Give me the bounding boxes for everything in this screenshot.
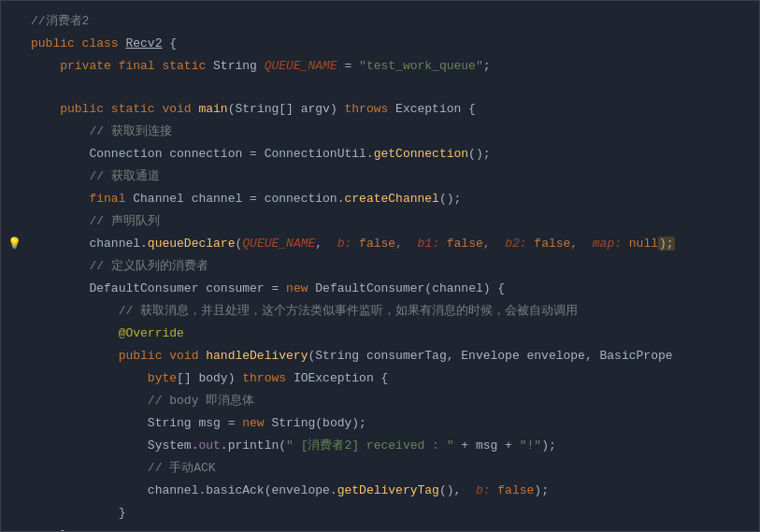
- token-comment: // 获取到连接: [89, 124, 171, 138]
- code-line: final Channel channel = connection.creat…: [1, 188, 759, 210]
- token-method: queueDeclare: [148, 237, 236, 251]
- token-kw: static: [111, 102, 163, 116]
- token-normal: (channel) {: [424, 281, 505, 295]
- line-content: //消费者2: [27, 11, 759, 32]
- token-kw: public: [31, 36, 82, 50]
- token-normal: connection = ConnectionUtil.: [162, 147, 373, 161]
- line-content: // 获取消息，并且处理，这个方法类似事件监听，如果有消息的时候，会被自动调用: [27, 301, 759, 322]
- token-normal: (String consumerTag, Envelope envelope, …: [308, 349, 672, 363]
- line-content: private final static String QUEUE_NAME =…: [27, 56, 759, 77]
- token-kw: final: [119, 59, 163, 73]
- code-line: System.out.println(" [消费者2] received : "…: [1, 435, 759, 457]
- token-kw: public: [60, 102, 111, 116]
- token-bool-val: false,: [351, 237, 417, 251]
- code-line: channel.basicAck(envelope.getDeliveryTag…: [1, 480, 759, 502]
- line-content: System.out.println(" [消费者2] received : "…: [27, 436, 759, 456]
- token-normal: [] body): [177, 371, 242, 385]
- line-content: // 获取通道: [27, 166, 759, 187]
- code-line: // 获取到连接: [1, 121, 759, 143]
- code-line: //消费者2: [1, 10, 759, 33]
- token-bool-val: false,: [439, 237, 505, 251]
- code-line: public static void main(String[] argv) t…: [1, 98, 759, 121]
- token-param-name: b:: [337, 237, 352, 251]
- token-type: String: [213, 59, 265, 73]
- token-param-name: b:: [476, 483, 491, 497]
- token-kw: throws: [242, 371, 294, 385]
- token-null-val: null: [622, 237, 658, 251]
- code-line: // 获取消息，并且处理，这个方法类似事件监听，如果有消息的时候，会被自动调用: [1, 300, 759, 323]
- line-content: public static void main(String[] argv) t…: [27, 99, 759, 120]
- token-comment: //消费者2: [31, 14, 89, 28]
- token-param-name: b1:: [418, 237, 439, 251]
- token-kw: public: [119, 349, 170, 363]
- token-comment: // 手动ACK: [148, 461, 216, 475]
- token-string: " [消费者2] received : ": [286, 439, 453, 453]
- token-bool-val: false,: [527, 237, 593, 251]
- code-line: // 定义队列的消费者: [1, 255, 759, 278]
- code-line: };: [1, 525, 759, 532]
- token-type: String: [271, 416, 315, 430]
- token-normal: ,: [315, 237, 337, 251]
- code-line: 💡 channel.queueDeclare(QUEUE_NAME, b: fa…: [1, 233, 759, 255]
- token-method: main: [198, 102, 227, 116]
- token-normal: {: [162, 36, 177, 50]
- token-string: "test_work_queue": [359, 59, 483, 73]
- token-kw: void: [169, 349, 206, 363]
- token-normal: =: [337, 59, 359, 73]
- line-content: // 声明队列: [27, 211, 759, 232]
- token-kw: void: [162, 102, 198, 116]
- line-content: // body 即消息体: [27, 391, 759, 411]
- line-content: DefaultConsumer consumer = new DefaultCo…: [27, 279, 759, 299]
- line-content: channel.basicAck(envelope.getDeliveryTag…: [27, 481, 759, 501]
- line-gutter: 💡: [1, 237, 27, 251]
- line-content: String msg = new String(body);: [27, 413, 759, 434]
- token-type: DefaultConsumer: [315, 281, 424, 295]
- token-normal: channel = connection.: [184, 192, 345, 206]
- code-line: public class Recv2 {: [1, 33, 759, 55]
- line-content: final Channel channel = connection.creat…: [27, 189, 759, 209]
- code-editor: //消费者2public class Recv2 { private final…: [0, 0, 760, 532]
- token-normal: .basicAck(envelope.: [198, 483, 337, 497]
- token-normal: IOException {: [294, 371, 388, 385]
- code-line: // 手动ACK: [1, 457, 759, 480]
- token-type: String: [148, 416, 192, 430]
- line-content: // 获取到连接: [27, 122, 759, 142]
- token-string: "!": [520, 439, 541, 453]
- token-comment: // 声明队列: [89, 214, 159, 228]
- token-normal: msg =: [192, 416, 243, 430]
- token-class-name: Recv2: [125, 36, 162, 50]
- token-kw: static: [162, 59, 213, 73]
- token-type: Channel: [133, 192, 184, 206]
- token-comment: // 获取通道: [89, 169, 159, 183]
- token-normal: }: [119, 506, 126, 520]
- code-line: String msg = new String(body);: [1, 412, 759, 435]
- token-type: DefaultConsumer: [89, 281, 198, 295]
- token-normal: consumer =: [198, 281, 286, 295]
- token-param-name: b2:: [505, 237, 526, 251]
- token-method: handleDelivery: [206, 349, 308, 363]
- token-method: getConnection: [374, 147, 468, 161]
- token-comment: // body 即消息体: [148, 394, 254, 408]
- token-method: getDeliveryTag: [337, 483, 439, 497]
- token-semicolon-hl: );: [658, 237, 675, 251]
- line-content: channel.queueDeclare(QUEUE_NAME, b: fals…: [27, 234, 759, 254]
- token-out: out: [198, 439, 220, 453]
- token-comment: // 定义队列的消费者: [89, 259, 208, 273]
- token-normal: .: [140, 237, 148, 251]
- token-italic-orange: QUEUE_NAME: [242, 237, 315, 251]
- code-line: DefaultConsumer consumer = new DefaultCo…: [1, 278, 759, 300]
- token-kw: new: [286, 281, 315, 295]
- token-kw: private: [60, 59, 118, 73]
- token-normal: ();: [439, 192, 461, 206]
- token-normal: ;: [483, 59, 491, 73]
- token-normal: );: [534, 483, 549, 497]
- line-content: public class Recv2 {: [27, 34, 759, 54]
- token-normal: (),: [439, 483, 476, 497]
- token-kw: final: [89, 192, 133, 206]
- token-param-name: map:: [593, 237, 622, 251]
- token-normal: );: [541, 439, 556, 453]
- line-content: }: [27, 503, 759, 524]
- token-kw: byte: [148, 371, 177, 385]
- line-content: // 手动ACK: [27, 458, 759, 479]
- token-type: Connection: [89, 147, 162, 161]
